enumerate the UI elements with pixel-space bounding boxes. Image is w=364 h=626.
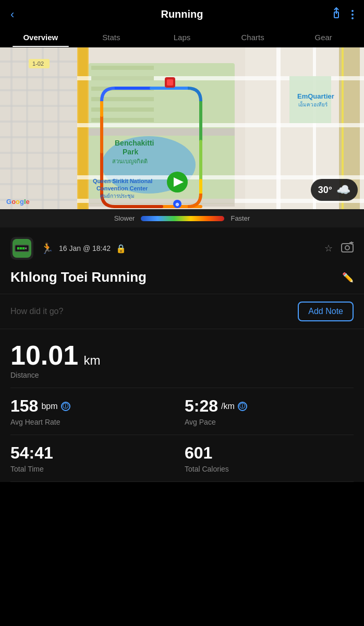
svg-rect-8 bbox=[276, 47, 281, 209]
run-icon: 🏃 bbox=[41, 242, 54, 255]
calories-stat: 601 Total Calories bbox=[185, 443, 354, 473]
edit-icon[interactable]: ✏️ bbox=[342, 272, 354, 283]
distance-value: 10.01 bbox=[10, 340, 78, 370]
header-actions bbox=[331, 7, 354, 21]
pace-stat: 5:28 /km ⓘ Avg Pace bbox=[185, 396, 354, 426]
speed-gradient-bar bbox=[141, 216, 224, 221]
svg-text:Benchakitti: Benchakitti bbox=[115, 139, 154, 147]
tab-bar: Overview Stats Laps Charts Gear bbox=[0, 27, 364, 47]
svg-rect-32 bbox=[91, 66, 154, 70]
calories-value-row: 601 bbox=[185, 443, 354, 463]
svg-text:Convention Center: Convention Center bbox=[96, 185, 148, 191]
svg-text:1-02: 1-02 bbox=[32, 61, 44, 67]
more-button[interactable] bbox=[351, 9, 354, 20]
header: ‹ Running bbox=[0, 0, 364, 27]
heartrate-pace-row: 158 bpm ⓘ Avg Heart Rate 5:28 /km ⓘ Avg … bbox=[10, 388, 354, 435]
activity-title: Khlong Toei Running bbox=[10, 269, 147, 285]
time-label: Total Time bbox=[10, 465, 179, 473]
stats-section: 10.01 km Distance 158 bpm ⓘ Avg Heart Ra… bbox=[0, 329, 364, 482]
svg-text:ศูนย์การประชุม: ศูนย์การประชุม bbox=[100, 193, 135, 199]
speed-legend: Slower Faster bbox=[0, 209, 364, 227]
svg-rect-27 bbox=[0, 136, 77, 138]
svg-rect-26 bbox=[0, 121, 77, 123]
svg-rect-38 bbox=[89, 128, 235, 136]
svg-text:⊕: ⊕ bbox=[175, 202, 179, 207]
tab-laps[interactable]: Laps bbox=[147, 27, 217, 47]
pace-unit: /km bbox=[221, 402, 235, 411]
svg-text:Queen Sirikit National: Queen Sirikit National bbox=[93, 178, 152, 184]
add-note-button[interactable]: Add Note bbox=[298, 302, 354, 321]
app-logo bbox=[13, 239, 31, 258]
faster-label: Faster bbox=[230, 214, 250, 222]
share-button[interactable] bbox=[331, 7, 342, 21]
distance-label: Distance bbox=[10, 371, 354, 379]
svg-rect-69 bbox=[17, 247, 19, 249]
back-button[interactable]: ‹ bbox=[10, 8, 14, 21]
time-value: 54:41 bbox=[10, 443, 53, 463]
activity-date: 16 Jan @ 18:42 bbox=[59, 244, 111, 252]
header-left: ‹ bbox=[10, 8, 14, 21]
note-placeholder[interactable]: How did it go? bbox=[10, 307, 63, 316]
pace-info-icon[interactable]: ⓘ bbox=[238, 402, 247, 411]
svg-rect-73 bbox=[342, 244, 353, 252]
time-stat: 54:41 Total Time bbox=[10, 443, 185, 473]
temperature-value: 30° bbox=[318, 185, 332, 196]
pace-label: Avg Pace bbox=[185, 418, 354, 426]
calories-value: 601 bbox=[185, 443, 212, 463]
activity-app-icon bbox=[10, 237, 33, 260]
weather-badge: 30° ☁️ bbox=[311, 179, 358, 201]
heart-rate-unit: bpm bbox=[41, 402, 57, 411]
calories-label: Total Calories bbox=[185, 465, 354, 473]
svg-rect-72 bbox=[25, 248, 27, 249]
tab-charts[interactable]: Charts bbox=[217, 27, 288, 47]
time-value-row: 54:41 bbox=[10, 443, 179, 463]
tab-gear[interactable]: Gear bbox=[288, 27, 359, 47]
heart-rate-value: 158 bbox=[10, 396, 38, 416]
svg-rect-29 bbox=[0, 167, 77, 170]
svg-rect-28 bbox=[0, 152, 77, 154]
svg-rect-70 bbox=[20, 247, 22, 249]
svg-text:Park: Park bbox=[123, 148, 139, 156]
pace-value: 5:28 bbox=[185, 396, 218, 416]
activity-action-icons: ☆ bbox=[324, 242, 354, 256]
svg-rect-53 bbox=[167, 79, 173, 86]
cloud-icon: ☁️ bbox=[336, 183, 350, 197]
heart-rate-label: Avg Heart Rate bbox=[10, 418, 179, 426]
svg-rect-23 bbox=[0, 76, 77, 78]
time-calories-row: 54:41 Total Time 601 Total Calories bbox=[10, 435, 354, 482]
distance-unit: km bbox=[84, 353, 101, 367]
note-section: How did it go? Add Note bbox=[0, 294, 364, 329]
slower-label: Slower bbox=[114, 214, 135, 222]
distance-value-row: 10.01 km bbox=[10, 342, 354, 369]
svg-text:EmQuartier: EmQuartier bbox=[297, 92, 334, 100]
svg-text:เอ็มควอเทียร์: เอ็มควอเทียร์ bbox=[298, 101, 328, 107]
svg-point-74 bbox=[345, 246, 349, 250]
svg-rect-25 bbox=[0, 105, 77, 107]
add-photo-icon[interactable] bbox=[341, 242, 354, 256]
svg-rect-30 bbox=[0, 183, 77, 185]
page-title: Running bbox=[161, 8, 203, 20]
svg-rect-33 bbox=[91, 76, 154, 80]
tab-stats[interactable]: Stats bbox=[76, 27, 147, 47]
heart-rate-value-row: 158 bpm ⓘ bbox=[10, 396, 179, 416]
map-view[interactable]: EmQuartier เอ็มควอเทียร์ ⊕ bbox=[0, 47, 364, 209]
activity-info-row: 🏃 16 Jan @ 18:42 🔒 ☆ bbox=[0, 227, 364, 265]
heart-rate-info-icon[interactable]: ⓘ bbox=[61, 402, 70, 411]
star-icon[interactable]: ☆ bbox=[324, 243, 333, 254]
svg-text:สวนเบญจกิตติ: สวนเบญจกิตติ bbox=[112, 158, 148, 165]
svg-rect-24 bbox=[0, 89, 77, 91]
activity-title-section: Khlong Toei Running ✏️ bbox=[0, 265, 364, 294]
tab-overview[interactable]: Overview bbox=[5, 27, 76, 47]
pace-value-row: 5:28 /km ⓘ bbox=[185, 396, 354, 416]
svg-rect-71 bbox=[22, 247, 25, 249]
distance-stat: 10.01 km Distance bbox=[10, 339, 354, 388]
svg-rect-4 bbox=[78, 47, 88, 209]
lock-icon: 🔒 bbox=[116, 244, 126, 254]
svg-text:Google: Google bbox=[6, 198, 30, 206]
activity-meta: 🏃 16 Jan @ 18:42 🔒 bbox=[41, 242, 317, 255]
heart-rate-stat: 158 bpm ⓘ Avg Heart Rate bbox=[10, 396, 185, 426]
